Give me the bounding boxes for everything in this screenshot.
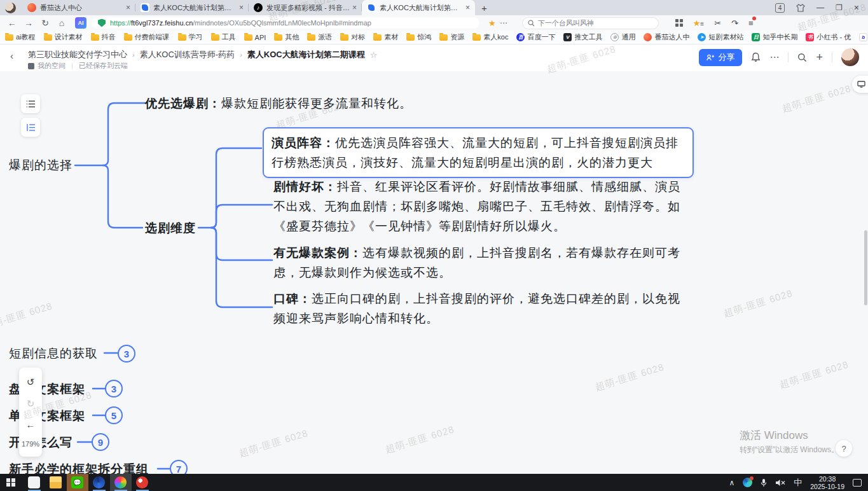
bookmark-folder[interactable]: 学习 bbox=[178, 32, 203, 42]
tab-douyin-search[interactable]: ♪ 发现更多精彩视频 - 抖音搜索 × bbox=[249, 0, 362, 15]
tab-close-icon[interactable]: × bbox=[239, 3, 244, 12]
space-label[interactable]: 我的空间 bbox=[38, 61, 65, 71]
taskbar-file-explorer[interactable] bbox=[45, 474, 67, 491]
bookmark-item[interactable]: 日知乎中长期 bbox=[752, 32, 797, 42]
taskbar-clock[interactable]: 20:38 2025-10-19 bbox=[810, 475, 844, 490]
microphone-icon[interactable] bbox=[761, 478, 767, 487]
bookmark-star-icon[interactable]: ★ bbox=[488, 18, 496, 28]
bookmark-item[interactable]: V推文工具 bbox=[563, 32, 602, 42]
bookmark-folder[interactable]: 素人koc bbox=[472, 32, 508, 42]
mindmap-node-newbie[interactable]: 新手必学的框架拆分重组 bbox=[9, 459, 149, 474]
collapse-count-badge[interactable]: 3 bbox=[105, 380, 123, 398]
bookmark-folder[interactable]: API bbox=[244, 34, 266, 41]
user-avatar[interactable] bbox=[841, 48, 859, 66]
forward-icon[interactable]: → bbox=[20, 18, 37, 28]
bookmark-item[interactable]: 番茄达人中 bbox=[644, 32, 689, 42]
tab-close-icon[interactable]: × bbox=[126, 3, 130, 12]
bookmark-item[interactable]: ⊕通用 bbox=[610, 32, 635, 42]
mindmap-node-info[interactable]: 短剧信息的获取 bbox=[9, 343, 98, 363]
menu-icon[interactable]: ≡ bbox=[748, 18, 754, 28]
mindmap-node-dimension[interactable]: 选剧维度 bbox=[145, 218, 196, 238]
taskbar-app-colorwheel[interactable] bbox=[110, 474, 132, 491]
taskbar-app-red[interactable] bbox=[132, 474, 153, 491]
apps-grid-icon[interactable] bbox=[675, 19, 683, 27]
back-to-center-icon[interactable]: ← bbox=[26, 419, 36, 430]
new-tab-button[interactable]: + bbox=[481, 3, 487, 13]
screenshot-scissors-icon[interactable]: ✂ bbox=[714, 18, 721, 28]
mindmap-node-hit-case[interactable]: 有无爆款案例：选有爆款视频的剧，上抖音搜剧名，若有爆款存在则可考虑，无爆款则作为… bbox=[273, 243, 685, 282]
minimize-button[interactable]: — bbox=[816, 3, 824, 12]
bookmark-item[interactable]: b未命名文件 bbox=[859, 32, 868, 42]
tab-fanqie-center[interactable]: 番茄达人中心 × bbox=[22, 0, 135, 15]
mindmap-node-reputation[interactable]: 口碑：选正向口碑的剧，上抖音搜剧的评价，避免选口碑差的剧，以免视频迎来骂声影响心… bbox=[273, 289, 680, 328]
presentation-mode-button[interactable] bbox=[852, 76, 868, 93]
taskbar-wechat[interactable]: 💬 bbox=[67, 474, 88, 491]
doc-search-icon[interactable] bbox=[797, 53, 807, 62]
bookmark-baidu[interactable]: 百百度一下 bbox=[516, 32, 555, 42]
edge-browser-icon[interactable] bbox=[743, 478, 752, 487]
bookmark-folder[interactable]: 资源 bbox=[439, 32, 464, 42]
reload-icon[interactable]: ↻ bbox=[37, 18, 53, 28]
mindmap-canvas[interactable]: 爆剧的选择 优先选爆剧：爆款短剧能获得更多流量和转化。 选剧维度 演员阵容：优先… bbox=[0, 71, 868, 474]
close-button[interactable]: × bbox=[854, 3, 859, 13]
mindmap-node-root[interactable]: 爆剧的选择 bbox=[9, 155, 72, 175]
bookmark-folder[interactable]: ai教程 bbox=[5, 32, 36, 42]
action-center-icon[interactable] bbox=[853, 479, 862, 487]
bookmark-item[interactable]: ➤短剧素材站 bbox=[698, 32, 743, 42]
tab-count-box[interactable]: 4 bbox=[775, 3, 785, 13]
notifications-bell-icon[interactable] bbox=[751, 52, 761, 62]
volume-muted-icon[interactable] bbox=[775, 479, 785, 487]
browser-profile-avatar[interactable] bbox=[5, 3, 16, 13]
mindmap-view-button[interactable] bbox=[21, 118, 40, 137]
tab-close-icon[interactable]: × bbox=[465, 3, 470, 12]
collapse-count-badge[interactable]: 9 bbox=[92, 433, 109, 451]
restore-button[interactable]: ❐ bbox=[836, 3, 843, 12]
tray-expand-icon[interactable]: ∧ bbox=[729, 478, 734, 487]
doc-favorite-star-icon[interactable]: ☆ bbox=[370, 50, 378, 60]
history-undo-icon[interactable]: ↷ bbox=[731, 18, 738, 28]
create-plus-icon[interactable]: + bbox=[816, 51, 823, 64]
bookmark-folder[interactable]: 设计素材 bbox=[44, 32, 83, 42]
bookmark-folder[interactable]: 对标 bbox=[340, 32, 365, 42]
favorites-list-icon[interactable]: ★≡ bbox=[693, 18, 705, 28]
bookmark-item[interactable]: 书小红书 - 优 bbox=[806, 32, 851, 42]
start-button[interactable] bbox=[6, 478, 15, 487]
share-button[interactable]: 分享 bbox=[699, 49, 742, 66]
doc-more-icon[interactable]: ⋯ bbox=[769, 52, 779, 63]
theme-shirt-icon[interactable] bbox=[796, 4, 805, 12]
mindmap-node-priority[interactable]: 优先选爆剧：爆款短剧能获得更多流量和转化。 bbox=[145, 93, 425, 113]
collapse-count-badge[interactable]: 7 bbox=[170, 460, 188, 474]
mindmap-node-plot[interactable]: 剧情好坏：抖音、红果评论区看评价。好剧情故事细腻、情感细腻、演员不出戏、无狗血剧… bbox=[273, 177, 685, 236]
tab-close-icon[interactable]: × bbox=[352, 3, 357, 12]
outline-view-button[interactable] bbox=[21, 94, 40, 113]
redo-icon[interactable]: ↻ bbox=[27, 398, 35, 410]
bookmark-folder[interactable]: 抖音 bbox=[91, 32, 116, 42]
ai-assistant-icon[interactable]: AI bbox=[75, 17, 86, 29]
bookmark-folder[interactable]: 惊鸿 bbox=[406, 32, 431, 42]
bookmark-folder[interactable]: 付费前端课 bbox=[124, 32, 170, 42]
doc-title[interactable]: 素人KOC大航海计划第二期课程 bbox=[247, 49, 365, 60]
url-more-icon[interactable]: ⋯ bbox=[500, 18, 508, 27]
bookmark-folder[interactable]: 其他 bbox=[274, 32, 299, 42]
mindmap-node-cast-selected[interactable]: 演员阵容：优先选演员阵容强大、流量大的短剧，可上抖音搜短剧演员排行榜熟悉演员，演… bbox=[263, 127, 694, 178]
taskbar-app-blue[interactable] bbox=[88, 474, 110, 491]
bookmark-folder[interactable]: 工具 bbox=[211, 32, 236, 42]
doc-back-icon[interactable]: ‹ bbox=[10, 50, 13, 61]
ime-indicator[interactable]: 中 bbox=[794, 477, 802, 488]
collapse-count-badge[interactable]: 5 bbox=[105, 406, 123, 424]
url-bar[interactable]: https://ft6vgl737z.feishu.cn/mindnotes/O… bbox=[92, 17, 479, 29]
breadcrumb-item[interactable]: 素人KOC训练营导师-药药 bbox=[140, 49, 235, 60]
taskbar-app-notes[interactable] bbox=[24, 474, 45, 491]
breadcrumb-item[interactable]: 第三职业技能交付学习中心 bbox=[28, 49, 127, 60]
vertical-scrollbar[interactable] bbox=[864, 230, 867, 305]
tab-feishu-doc-active[interactable]: 素人KOC大航海计划第二期 × bbox=[362, 0, 475, 15]
back-icon[interactable]: ← bbox=[4, 18, 20, 28]
zoom-level[interactable]: 179% bbox=[22, 440, 39, 448]
bookmark-folder[interactable]: 派语 bbox=[307, 32, 332, 42]
undo-icon[interactable]: ↺ bbox=[27, 377, 35, 388]
bookmark-folder[interactable]: 素材 bbox=[373, 32, 398, 42]
home-icon[interactable]: ⌂ bbox=[53, 18, 70, 28]
collapse-count-badge[interactable]: 3 bbox=[118, 345, 135, 363]
quick-search-box[interactable]: 下一个台风叫风神 bbox=[522, 17, 659, 29]
tab-feishu-doc-1[interactable]: 素人KOC大航海计划第二期 × bbox=[135, 0, 249, 15]
